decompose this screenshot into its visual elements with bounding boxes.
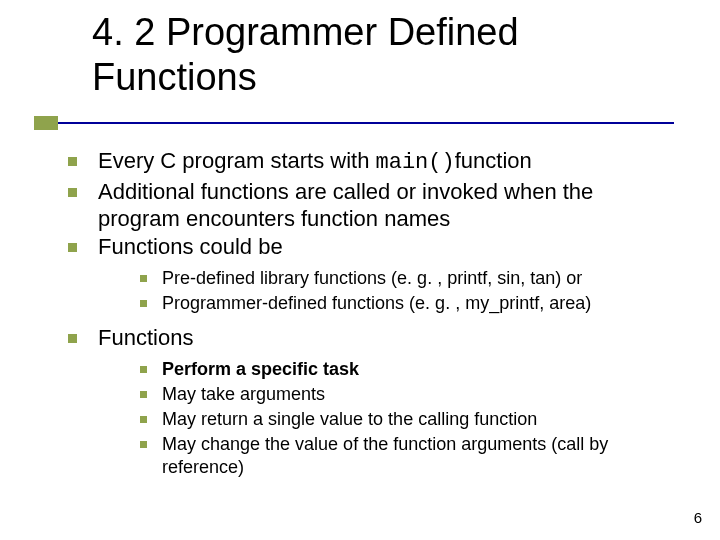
list-item: Additional functions are called or invok…: [58, 179, 678, 233]
text-fragment: May take arguments: [162, 384, 325, 404]
rule-line: [34, 122, 674, 124]
text-fragment: function: [455, 148, 532, 173]
bullet-list-l1: Every C program starts with main()functi…: [58, 148, 678, 479]
page-number: 6: [694, 509, 702, 526]
text-fragment: Pre-defined library functions (e. g. , p…: [162, 268, 582, 288]
text-fragment: May change the value of the function arg…: [162, 434, 608, 477]
bullet-list-l2: Pre-defined library functions (e. g. , p…: [98, 267, 678, 315]
slide-title: 4. 2 Programmer Defined Functions: [34, 10, 674, 100]
list-item: Functions Perform a specific task May ta…: [58, 325, 678, 479]
text-fragment: May return a single value to the calling…: [162, 409, 537, 429]
text-fragment: Functions could be: [98, 234, 283, 259]
slide-body: Every C program starts with main()functi…: [58, 148, 678, 489]
title-rule: [34, 116, 674, 130]
text-fragment: Additional functions are called or invok…: [98, 179, 593, 231]
text-fragment: Every C program starts with: [98, 148, 376, 173]
list-item: Functions could be Pre-defined library f…: [58, 234, 678, 315]
list-item: Every C program starts with main()functi…: [58, 148, 678, 177]
text-fragment: Programmer-defined functions (e. g. , my…: [162, 293, 591, 313]
text-fragment: Perform a specific task: [162, 359, 359, 379]
text-fragment: Functions: [98, 325, 193, 350]
title-block: 4. 2 Programmer Defined Functions: [34, 10, 674, 100]
list-item: Perform a specific task: [136, 358, 678, 381]
list-item: Programmer-defined functions (e. g. , my…: [136, 292, 678, 315]
bullet-list-l2: Perform a specific task May take argumen…: [98, 358, 678, 479]
list-item: Pre-defined library functions (e. g. , p…: [136, 267, 678, 290]
code-fragment: main(): [376, 150, 455, 175]
rule-accent-box: [34, 116, 58, 130]
slide: 4. 2 Programmer Defined Functions Every …: [0, 0, 720, 540]
list-item: May take arguments: [136, 383, 678, 406]
list-item: May change the value of the function arg…: [136, 433, 678, 479]
list-item: May return a single value to the calling…: [136, 408, 678, 431]
